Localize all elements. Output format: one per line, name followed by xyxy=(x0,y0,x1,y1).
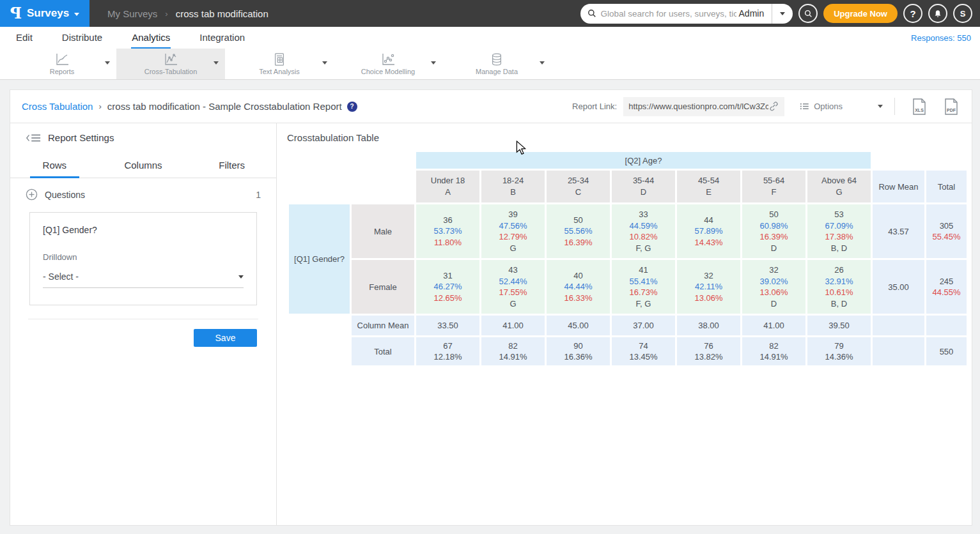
row-mean-header: Row Mean xyxy=(873,171,924,202)
row-label: Female xyxy=(352,260,414,314)
crosstab-main: Crosstabulation Table [Q2] Age? xyxy=(277,123,972,525)
empty-cell xyxy=(289,152,414,169)
responses-count[interactable]: Responses: 550 xyxy=(911,33,971,49)
list-icon xyxy=(800,102,809,111)
settings-title: Report Settings xyxy=(48,132,114,143)
column-mean-cell: 38.00 xyxy=(677,316,740,335)
chevron-down-icon[interactable] xyxy=(431,61,436,65)
nav-item-edit[interactable]: Edit xyxy=(15,28,33,49)
toolbar-text-analysis[interactable]: Text Analysis xyxy=(225,49,334,79)
total-cell: 6712.18% xyxy=(416,337,479,365)
notifications-button[interactable] xyxy=(928,4,947,23)
questionpro-logo-icon: P xyxy=(10,6,22,21)
export-xls-button[interactable]: XLS xyxy=(912,98,927,116)
column-mean-cell: 33.50 xyxy=(416,316,479,335)
search-icon xyxy=(804,10,813,18)
save-button[interactable]: Save xyxy=(194,329,257,347)
empty-cell xyxy=(873,152,967,169)
empty-cell xyxy=(289,337,350,365)
scatter-chart-icon xyxy=(380,52,396,66)
breadcrumb-my-surveys[interactable]: My Surveys xyxy=(107,8,157,19)
row-question-cell: [Q1] Gender? xyxy=(289,204,350,314)
drilldown-value: - Select - xyxy=(43,271,79,282)
toolbar-cross-tabulation[interactable]: Cross-Tabulation xyxy=(116,49,225,79)
total-cell: 8214.91% xyxy=(742,337,805,365)
settings-tabs: Rows Columns Filters xyxy=(10,155,276,178)
collapse-panel-icon[interactable] xyxy=(26,133,41,143)
report-link-label: Report Link: xyxy=(572,102,617,111)
row-mean-cell: 35.00 xyxy=(873,260,924,314)
empty-cell xyxy=(289,316,350,335)
toolbar-reports[interactable]: Reports xyxy=(8,49,116,79)
tab-rows[interactable]: Rows xyxy=(10,155,99,178)
survey-nav: Edit Distribute Analytics Integration Re… xyxy=(0,27,980,49)
product-switcher[interactable]: P Surveys xyxy=(0,0,89,27)
column-mean-cell: 41.00 xyxy=(742,316,805,335)
toolbar-manage-data[interactable]: Manage Data xyxy=(442,49,551,79)
empty-cell xyxy=(873,337,924,365)
app-screen: P Surveys My Surveys › cross tab modific… xyxy=(0,0,980,534)
add-question-icon[interactable] xyxy=(26,188,38,201)
drilldown-label: Drilldown xyxy=(43,252,244,262)
upgrade-now-button[interactable]: Upgrade Now xyxy=(823,4,898,23)
nav-item-distribute[interactable]: Distribute xyxy=(61,28,103,49)
account-avatar[interactable]: S xyxy=(953,4,972,23)
questions-row: Questions 1 xyxy=(10,178,276,210)
column-mean-cell: 45.00 xyxy=(547,316,610,335)
column-header: 45-54E xyxy=(677,171,740,202)
row-mean-cell: 43.57 xyxy=(873,204,924,258)
tab-columns[interactable]: Columns xyxy=(99,155,188,178)
options-dropdown[interactable]: Options xyxy=(800,102,883,111)
crosstab-cell: 4457.89%14.43% xyxy=(677,204,740,258)
chevron-down-icon xyxy=(74,13,79,16)
crosstab-cell: 5055.56%16.39% xyxy=(547,204,610,258)
search-submit-button[interactable] xyxy=(798,4,818,23)
chevron-down-icon xyxy=(878,105,883,108)
file-icon xyxy=(912,98,927,116)
crosstab-cell: 4155.41%16.73%F, G xyxy=(612,260,675,314)
crosstab-cell: 3242.11%13.06% xyxy=(677,260,740,314)
divider xyxy=(894,98,895,115)
chevron-down-icon[interactable] xyxy=(540,61,545,65)
row-total-cell: 24544.55% xyxy=(926,260,967,314)
global-search-input[interactable] xyxy=(601,9,736,19)
empty-cell xyxy=(926,316,967,335)
question-title: [Q1] Gender? xyxy=(43,225,244,235)
column-header: Under 18A xyxy=(416,171,479,202)
search-scope-dropdown[interactable] xyxy=(772,4,793,24)
column-mean-cell: 37.00 xyxy=(612,316,675,335)
file-icon xyxy=(944,98,959,116)
nav-item-integration[interactable]: Integration xyxy=(199,28,245,49)
cross-tabulation-link[interactable]: Cross Tabulation xyxy=(22,101,93,112)
report-header: Cross Tabulation › cross tab modificatio… xyxy=(10,90,972,123)
breadcrumb-separator: › xyxy=(98,102,101,111)
row-label: Male xyxy=(352,204,414,258)
chevron-down-icon[interactable] xyxy=(105,61,110,65)
crosstab-cell: 2632.91%10.61%B, D xyxy=(807,260,871,314)
report-link-input[interactable] xyxy=(628,102,768,111)
crosstab-table: [Q2] Age? Under 18A 18-24B 25-34C 35-44D… xyxy=(287,150,968,367)
export-pdf-button[interactable]: PDF xyxy=(944,98,959,116)
help-button[interactable]: ? xyxy=(903,4,922,23)
toolbar-choice-modelling[interactable]: Choice Modelling xyxy=(334,49,442,79)
crosstab-cell: 5367.09%17.38%B, D xyxy=(807,204,871,258)
tab-filters[interactable]: Filters xyxy=(187,155,276,178)
chevron-down-icon[interactable] xyxy=(322,61,327,65)
settings-header: Report Settings xyxy=(10,132,276,143)
column-mean-cell: 39.50 xyxy=(807,316,871,335)
empty-cell xyxy=(289,171,414,202)
chevron-down-icon[interactable] xyxy=(214,61,219,65)
report-link-field xyxy=(623,97,784,116)
grand-total-cell: 550 xyxy=(926,337,967,365)
report-help-icon[interactable]: ? xyxy=(347,102,357,112)
analytics-toolbar: Reports Cross-Tabulation Text Analysis C… xyxy=(0,49,980,80)
zigzag-chart-icon xyxy=(163,52,178,66)
age-span-header: [Q2] Age? xyxy=(416,152,871,169)
link-icon[interactable] xyxy=(768,101,779,112)
topbar: P Surveys My Surveys › cross tab modific… xyxy=(0,0,980,27)
topbar-actions: Admin Upgrade Now ? S xyxy=(580,4,972,24)
search-scope-label[interactable]: Admin xyxy=(736,8,772,19)
drilldown-select[interactable]: - Select - xyxy=(43,271,244,288)
product-name: Surveys xyxy=(27,7,69,20)
nav-item-analytics[interactable]: Analytics xyxy=(131,28,171,49)
